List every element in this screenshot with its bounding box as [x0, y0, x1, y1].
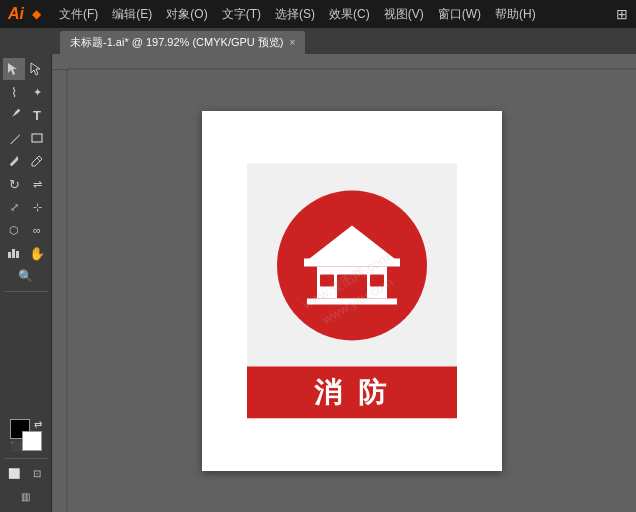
menu-window[interactable]: 窗口(W) [432, 4, 487, 25]
svg-rect-3 [32, 134, 42, 142]
toolbar-divider [4, 291, 48, 292]
rulers-and-canvas: 消 防 www.壹图网.com www.yitu.com [52, 70, 636, 512]
left-ruler-ticks [52, 70, 68, 512]
svg-rect-5 [8, 252, 11, 258]
card-label: 消 防 [314, 374, 390, 412]
svg-rect-10 [52, 70, 68, 512]
tool-row-chart: ✋ [0, 242, 51, 264]
lasso-tool[interactable]: ⌇ [3, 81, 25, 103]
blend-tool[interactable]: ∞ [26, 219, 48, 241]
menu-select[interactable]: 选择(S) [269, 4, 321, 25]
workspace-switcher-icon[interactable]: ⊞ [616, 6, 628, 22]
type-tool[interactable]: T [26, 104, 48, 126]
app-logo: Ai [8, 5, 24, 23]
tool-row-draw-mode: ⬜ ⊡ [0, 462, 51, 484]
swap-colors-icon[interactable]: ⇄ [34, 419, 42, 430]
screen-mode-icon[interactable]: ▥ [15, 485, 37, 507]
hand-tool[interactable]: ✋ [26, 242, 48, 264]
tab-bar: 未标题-1.ai* @ 197.92% (CMYK/GPU 预览) × [0, 28, 636, 54]
svg-rect-17 [370, 274, 384, 286]
fire-station-card: 消 防 [247, 164, 457, 419]
ruler-ticks: /* ruler ticks via CSS */ [68, 54, 636, 70]
svg-marker-12 [307, 225, 397, 260]
menu-file[interactable]: 文件(F) [53, 4, 104, 25]
card-bottom: 消 防 [247, 367, 457, 419]
tool-row-warp: ⬡ ∞ [0, 219, 51, 241]
svg-rect-16 [320, 274, 334, 286]
menu-object[interactable]: 对象(O) [160, 4, 213, 25]
free-transform-tool[interactable]: ⊹ [26, 196, 48, 218]
left-toolbar: ⌇ ✦ T — ↻ ⇌ [0, 54, 52, 512]
rect-tool[interactable] [26, 127, 48, 149]
artboard: 消 防 www.壹图网.com www.yitu.com [202, 111, 502, 471]
left-ruler [52, 70, 68, 512]
tab-label: 未标题-1.ai* @ 197.92% (CMYK/GPU 预览) [70, 35, 284, 50]
scale-tool[interactable]: ⤢ [3, 196, 25, 218]
svg-marker-0 [8, 63, 17, 75]
tool-row-brush [0, 150, 51, 172]
select-tool[interactable] [3, 58, 25, 80]
menu-type[interactable]: 文字(T) [216, 4, 267, 25]
menu-effect[interactable]: 效果(C) [323, 4, 376, 25]
paintbrush-tool[interactable] [3, 150, 25, 172]
toolbar-divider-2 [4, 458, 48, 459]
store-building-icon [302, 220, 402, 310]
menu-help[interactable]: 帮助(H) [489, 4, 542, 25]
reflect-tool[interactable]: ⇌ [26, 173, 48, 195]
main-area: ⌇ ✦ T — ↻ ⇌ [0, 54, 636, 512]
red-circle [277, 190, 427, 340]
top-ruler: /* ruler ticks via CSS */ [52, 54, 636, 70]
svg-rect-8 [68, 54, 636, 70]
swatch-area: ⇄ ⬛ [10, 419, 42, 451]
svg-point-2 [17, 109, 20, 112]
column-graph-tool[interactable] [3, 242, 25, 264]
svg-rect-13 [304, 258, 400, 266]
zoom-tool[interactable]: 🔍 [15, 265, 37, 287]
title-bar: Ai ◆ 文件(F) 编辑(E) 对象(O) 文字(T) 选择(S) 效果(C)… [0, 0, 636, 28]
svg-rect-18 [307, 298, 397, 304]
tool-row-select [0, 58, 51, 80]
card-top [247, 164, 457, 367]
tool-row-scale: ⤢ ⊹ [0, 196, 51, 218]
tool-row-lasso: ⌇ ✦ [0, 81, 51, 103]
tool-row-transform: ↻ ⇌ [0, 173, 51, 195]
tool-row-screen-mode: ▥ [0, 485, 51, 507]
app-logo-diamond: ◆ [32, 7, 41, 21]
svg-rect-7 [16, 251, 19, 258]
tab-close-button[interactable]: × [290, 38, 296, 48]
puppet-warp-tool[interactable]: ⬡ [3, 219, 25, 241]
canvas-area[interactable]: 消 防 www.壹图网.com www.yitu.com [68, 70, 636, 512]
tool-row-line: — [0, 127, 51, 149]
draw-normal-icon[interactable]: ⬜ [3, 462, 25, 484]
pencil-tool[interactable] [26, 150, 48, 172]
color-swatches: ⇄ ⬛ [6, 415, 46, 455]
menu-bar: 文件(F) 编辑(E) 对象(O) 文字(T) 选择(S) 效果(C) 视图(V… [53, 4, 616, 25]
background-color[interactable] [22, 431, 42, 451]
document-tab[interactable]: 未标题-1.ai* @ 197.92% (CMYK/GPU 预览) × [60, 31, 305, 54]
draw-inside-icon[interactable]: ⊡ [26, 462, 48, 484]
menu-edit[interactable]: 编辑(E) [106, 4, 158, 25]
svg-line-4 [37, 158, 40, 161]
svg-marker-1 [31, 63, 40, 75]
canvas-with-rulers: /* ruler ticks via CSS */ [52, 54, 636, 512]
magic-wand-tool[interactable]: ✦ [26, 81, 48, 103]
svg-rect-15 [337, 274, 367, 298]
tool-row-pen: T [0, 104, 51, 126]
default-colors-icon[interactable]: ⬛ [10, 441, 21, 451]
rotate-tool[interactable]: ↻ [3, 173, 25, 195]
svg-rect-6 [12, 249, 15, 258]
tool-row-zoom: 🔍 [0, 265, 51, 287]
menu-view[interactable]: 视图(V) [378, 4, 430, 25]
direct-select-tool[interactable] [26, 58, 48, 80]
